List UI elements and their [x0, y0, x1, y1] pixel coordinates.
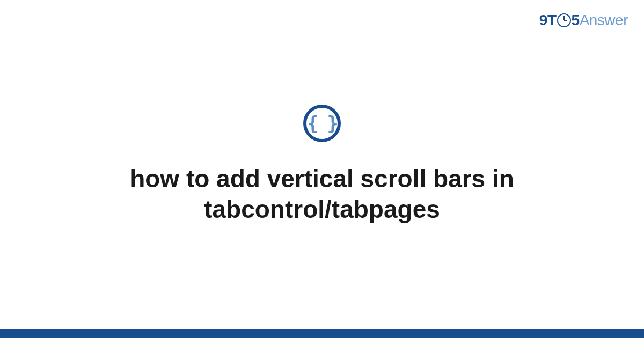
page-title: how to add vertical scroll bars in tabco… [54, 164, 590, 225]
code-braces-glyph: { } [307, 112, 337, 134]
footer-accent-bar [0, 329, 644, 338]
main-content: { } how to add vertical scroll bars in t… [0, 0, 644, 329]
code-braces-icon: { } [303, 105, 341, 142]
